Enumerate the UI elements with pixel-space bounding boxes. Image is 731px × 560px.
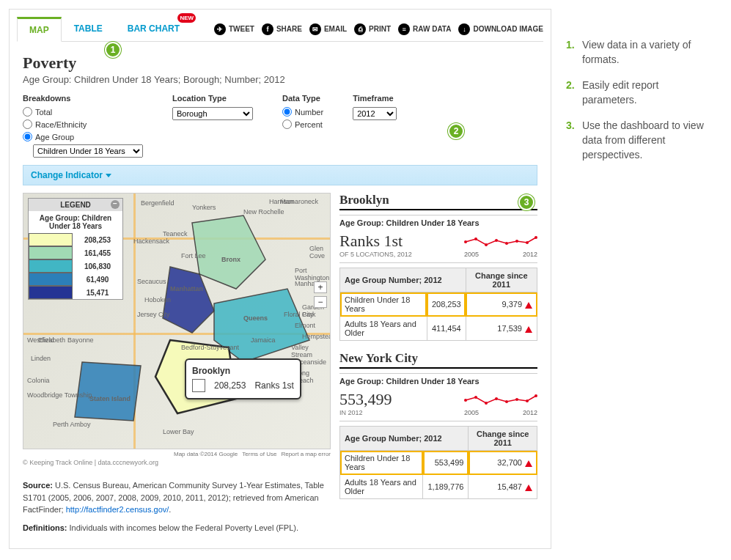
tab-table[interactable]: TABLE [62, 17, 115, 41]
panel-subtitle: Age Group: Children Under 18 Years [339, 373, 537, 386]
tweet-button[interactable]: ✈TWEET [214, 23, 254, 35]
table-row: Children Under 18 Years553,49932,700 [340, 451, 537, 475]
new-badge: NEW [177, 13, 196, 23]
tooltip-rank: Ranks 1st [254, 380, 293, 391]
legend-row: 208,253 [29, 233, 122, 246]
side-note: 3.Use the dashboard to view data from di… [566, 119, 713, 162]
legend-header: LEGEND− [29, 199, 122, 211]
map-column: Paramus Bergenfield Yonkers New Rochelle… [23, 193, 331, 534]
tab-map[interactable]: MAP [17, 17, 62, 42]
tooltip-name: Brooklyn [192, 366, 294, 376]
legend-collapse-icon[interactable]: − [111, 200, 120, 209]
email-icon: ✉ [309, 23, 321, 35]
svg-point-7 [485, 243, 488, 246]
content: Poverty Age Group: Children Under 18 Yea… [17, 42, 543, 541]
svg-point-15 [485, 402, 488, 405]
share-button[interactable]: fSHARE [262, 23, 302, 35]
datatype-group: Data Type Number Percent [282, 94, 323, 158]
zoom-in-button[interactable]: + [314, 281, 327, 293]
download-button[interactable]: ↓DOWNLOAD IMAGE [458, 23, 543, 35]
svg-point-5 [464, 240, 467, 243]
side-notes: 1.View data in a variety of formats.2.Ea… [566, 38, 713, 162]
breakdown-total[interactable]: Total [23, 107, 143, 117]
print-button[interactable]: ⎙PRINT [354, 23, 391, 35]
sparkline: 20052012 [464, 390, 537, 416]
table-row: Adults 18 Years and Older1,189,77615,487 [340, 475, 537, 499]
data-icon: ≡ [398, 23, 410, 35]
breakdown-age[interactable]: Age Group [23, 132, 143, 141]
svg-point-17 [505, 400, 508, 403]
svg-point-16 [495, 397, 498, 400]
breakdown-subselect[interactable]: Children Under 18 Years [33, 144, 143, 158]
callout-2: 2 [448, 123, 464, 139]
controls: Breakdowns Total Race/Ethnicity Age Grou… [23, 94, 537, 158]
data-table: Age Group Number; 2012Change since 2011C… [339, 426, 537, 499]
report-error-link[interactable]: Report a map error [281, 451, 331, 457]
map[interactable]: Paramus Bergenfield Yonkers New Rochelle… [23, 193, 331, 449]
tab-barchart[interactable]: BAR CHART NEW [115, 17, 192, 41]
dashboard-panel: New York CityAge Group: Children Under 1… [339, 351, 537, 499]
panel-small-text: OF 5 LOCATIONS, 2012 [339, 251, 412, 258]
terms-link[interactable]: Terms of Use [242, 451, 276, 457]
svg-point-9 [505, 242, 508, 245]
svg-point-11 [526, 241, 529, 244]
page-subtitle: Age Group: Children Under 18 Years; Boro… [23, 74, 537, 85]
table-row: Children Under 18 Years208,2539,379 [340, 292, 537, 317]
legend: LEGEND− Age Group: Children Under 18 Yea… [28, 198, 123, 300]
arrow-up-icon [525, 460, 532, 467]
svg-point-6 [474, 237, 477, 240]
panel-title: Brooklyn [339, 193, 537, 210]
timeframe-select[interactable]: 2012 [353, 107, 397, 120]
actions-bar: ✈TWEET fSHARE ✉EMAIL ⎙PRINT ≡RAW DATA ↓D… [214, 23, 543, 35]
timeframe-label: Timeframe [353, 94, 397, 103]
sidebar: 1.View data in a variety of formats.2.Ea… [566, 9, 713, 549]
datatype-label: Data Type [282, 94, 323, 103]
callout-1: 1 [105, 42, 121, 58]
zoom-out-button[interactable]: − [314, 296, 327, 308]
source-block: Source: U.S. Census Bureau, American Com… [23, 479, 331, 534]
location-select[interactable]: Borough [172, 107, 253, 120]
svg-point-12 [535, 236, 537, 239]
change-indicator-button[interactable]: Change Indicator [23, 165, 537, 185]
legend-title: Age Group: Children Under 18 Years [29, 211, 122, 233]
arrow-up-icon [525, 326, 532, 333]
svg-point-8 [495, 239, 498, 242]
breakdowns-group: Breakdowns Total Race/Ethnicity Age Grou… [23, 94, 143, 158]
twitter-icon: ✈ [214, 23, 226, 35]
tooltip-swatch [192, 379, 205, 392]
breakdown-race[interactable]: Race/Ethnicity [23, 119, 143, 129]
panel-subtitle: Age Group: Children Under 18 Years [339, 215, 537, 227]
svg-point-19 [526, 399, 529, 402]
panel-big-value: Ranks 1st [339, 232, 412, 251]
legend-row: 106,830 [29, 259, 122, 273]
legend-row: 161,455 [29, 246, 122, 259]
svg-point-18 [515, 398, 518, 401]
map-footer: Map data ©2014 Google Terms of Use Repor… [23, 451, 331, 457]
tabs: MAP TABLE BAR CHART NEW [17, 17, 192, 41]
callout-3: 3 [518, 194, 535, 210]
dashboard-column: 3 BrooklynAge Group: Children Under 18 Y… [339, 193, 537, 534]
rawdata-button[interactable]: ≡RAW DATA [398, 23, 451, 35]
email-button[interactable]: ✉EMAIL [309, 23, 347, 35]
arrow-up-icon [525, 302, 532, 309]
legend-row: 61,490 [29, 273, 122, 286]
datatype-percent[interactable]: Percent [282, 119, 323, 129]
sparkline: 20052012 [464, 232, 537, 258]
dashboard-panel: BrooklynAge Group: Children Under 18 Yea… [339, 193, 537, 341]
timeframe-group: Timeframe 2012 [353, 94, 397, 158]
arrow-up-icon [525, 485, 532, 491]
svg-point-14 [474, 396, 477, 399]
print-icon: ⎙ [354, 23, 366, 35]
svg-point-20 [535, 394, 537, 397]
source-link[interactable]: http://factfinder2.census.gov/ [66, 505, 169, 514]
datatype-number[interactable]: Number [282, 107, 323, 117]
data-table: Age Group Number; 2012Change since 2011C… [339, 268, 537, 341]
side-note: 1.View data in a variety of formats. [566, 38, 713, 67]
table-row: Adults 18 Years and Older411,45417,539 [340, 317, 537, 341]
location-label: Location Type [172, 94, 253, 103]
svg-point-10 [515, 240, 518, 243]
chevron-down-icon [106, 174, 111, 177]
side-note: 2.Easily edit report parameters. [566, 78, 713, 107]
svg-point-13 [464, 399, 467, 402]
legend-row: 15,471 [29, 286, 122, 299]
